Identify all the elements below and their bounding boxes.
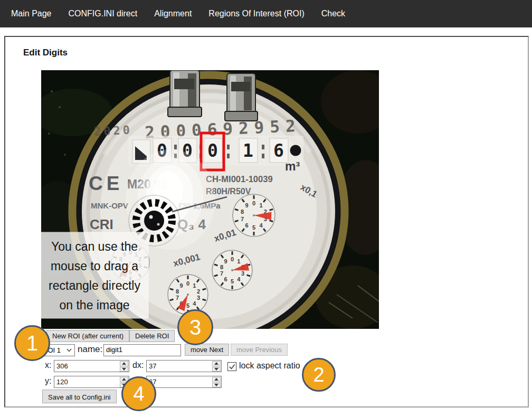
- save-config-button[interactable]: Save all to Config.ini: [42, 390, 117, 403]
- nav-item-check[interactable]: Check: [321, 9, 345, 18]
- move-next-button[interactable]: move Next: [185, 344, 229, 356]
- dial-scale-digit: 9: [180, 282, 183, 289]
- meter-photo-image[interactable]: 2020 2000692952 0 0 0 1 6 m³ CE M20 01 C…: [41, 70, 379, 329]
- x-spinner: [120, 361, 129, 372]
- counter-digit: 1: [243, 140, 253, 161]
- triangle-up-icon: [214, 362, 218, 365]
- counter-digit: 0: [207, 140, 218, 161]
- dx-label: dx:: [132, 361, 144, 370]
- dial-scale-digit: 0: [186, 280, 189, 287]
- dy-value: 67: [147, 376, 212, 387]
- spin-down-button[interactable]: [120, 367, 128, 372]
- annotation-number: 2: [313, 365, 324, 385]
- checkmark-icon: [229, 363, 235, 370]
- annotation-circle-3: 3: [177, 309, 213, 345]
- unit-label: m³: [285, 159, 300, 173]
- triangle-up-icon: [122, 378, 126, 381]
- dial-scale-digit: 1: [237, 258, 240, 264]
- dial-scale-digit: 5: [186, 302, 189, 309]
- lock-aspect-checkbox[interactable]: [227, 362, 236, 371]
- dial-scale-digit: 8: [220, 264, 223, 270]
- dial-scale-digit: 3: [241, 270, 244, 277]
- overlay-line: mouse to drag a: [51, 259, 138, 273]
- triangle-up-icon: [122, 362, 126, 365]
- dx-input[interactable]: 37: [146, 360, 222, 372]
- dial-scale-digit: 4: [193, 300, 196, 307]
- dial-scale-digit: 4: [237, 276, 241, 282]
- spin-down-button[interactable]: [212, 367, 221, 372]
- y-input[interactable]: 120: [54, 376, 129, 388]
- dial-scale-digit: 2: [197, 288, 200, 295]
- triangle-down-icon: [214, 368, 218, 371]
- spin-up-button[interactable]: [120, 361, 128, 366]
- triangle-down-icon: [122, 368, 126, 371]
- x-value: 306: [54, 361, 120, 372]
- dial-scale-digit: 5: [231, 278, 234, 285]
- x-input[interactable]: 306: [54, 360, 129, 372]
- nav-item-regions-of-interest[interactable]: Regions Of Interest (ROI): [208, 9, 304, 18]
- dial-scale-digit: 3: [197, 295, 200, 301]
- annotation-circle-1: 1: [14, 325, 50, 361]
- ce-mark: CE: [89, 173, 123, 194]
- dial-scale-digit: 5: [252, 224, 255, 231]
- dx-spinner: [212, 361, 221, 372]
- nav-item-alignment[interactable]: Alignment: [154, 9, 192, 18]
- nav-item-main-page[interactable]: Main Page: [11, 9, 52, 18]
- top-nav: Main Page CONFIG.INI direct Alignment Re…: [0, 0, 532, 27]
- annotation-circle-2: 2: [302, 358, 336, 392]
- lock-aspect-label: lock aspect ratio: [239, 361, 300, 371]
- annotation-number: 3: [189, 317, 201, 338]
- dial-scale-digit: 7: [220, 270, 223, 277]
- annotation-number: 1: [26, 333, 38, 354]
- brand-line2: CRI: [90, 216, 113, 232]
- overlay-line: You can use the: [51, 240, 138, 253]
- brand-line1: MNK-OPV: [91, 201, 128, 210]
- page-title: Edit Digits: [23, 48, 68, 58]
- model-line1: CH-MI001-10039: [206, 174, 273, 184]
- spin-up-button[interactable]: [212, 361, 221, 366]
- dy-spinner: [212, 376, 221, 387]
- spin-up-button[interactable]: [212, 377, 221, 382]
- overlay-line: on the image: [60, 298, 130, 312]
- dial-scale-digit: 7: [176, 295, 179, 301]
- dial-scale-digit: 1: [259, 202, 262, 209]
- dial-scale-digit: 0: [252, 200, 255, 206]
- spin-down-button[interactable]: [212, 383, 221, 388]
- counter-digit: 6: [273, 140, 284, 161]
- x-label: x:: [45, 361, 51, 370]
- chevron-down-icon: [66, 348, 72, 352]
- new-roi-button[interactable]: New ROI (after current): [46, 330, 129, 342]
- annotation-number: 4: [133, 384, 144, 404]
- meter-serial-prefix: 2020: [93, 123, 132, 138]
- move-previous-button[interactable]: move Previous: [231, 344, 288, 356]
- dial-scale-digit: 9: [245, 202, 248, 209]
- triangle-up-icon: [214, 378, 218, 381]
- name-label: name:: [78, 344, 102, 355]
- dial-scale-digit: 1: [193, 282, 196, 289]
- dial-scale-digit: 8: [176, 288, 179, 295]
- dial-scale-digit: 8: [241, 209, 244, 215]
- dy-input[interactable]: 67: [146, 376, 222, 388]
- overlay-line: rectangle directly: [49, 279, 140, 292]
- dial-scale-digit: 6: [245, 222, 248, 229]
- dial-scale-digit: 9: [224, 258, 227, 264]
- name-input[interactable]: digit1: [103, 344, 181, 356]
- delete-roi-button[interactable]: Delete ROI: [129, 330, 175, 342]
- nav-item-config-ini-direct[interactable]: CONFIG.INI direct: [69, 9, 138, 18]
- triangle-down-icon: [214, 384, 218, 386]
- dial-scale-digit: 0: [231, 256, 234, 262]
- annotation-circle-4: 4: [121, 376, 156, 411]
- counter-dot: [290, 145, 301, 156]
- dial-scale-digit: 4: [259, 222, 263, 229]
- dx-value: 37: [147, 361, 212, 372]
- y-value: 120: [54, 376, 120, 387]
- dial-scale-digit: 6: [224, 276, 227, 282]
- instruction-overlay: You can use the mouse to drag a rectangl…: [41, 232, 148, 318]
- y-label: y:: [45, 376, 51, 386]
- dial-scale-digit: 7: [241, 216, 244, 222]
